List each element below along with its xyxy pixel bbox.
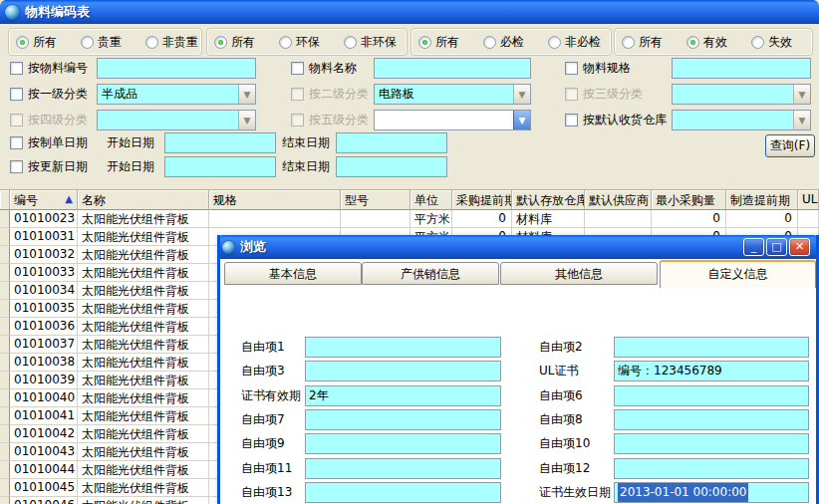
header-model[interactable]: 型号: [341, 190, 410, 210]
radio-option[interactable]: 非必检: [548, 34, 601, 51]
row-selector[interactable]: [0, 318, 10, 336]
radio-icon[interactable]: [622, 36, 635, 49]
close-button[interactable]: ✕: [789, 238, 810, 256]
chevron-down-icon[interactable]: ▼: [238, 85, 255, 104]
class4-combobox[interactable]: ▼: [97, 110, 256, 130]
update-start-date-input[interactable]: [164, 156, 276, 177]
doc-start-date-input[interactable]: [164, 132, 276, 153]
filter-class1[interactable]: 按一级分类: [10, 84, 88, 105]
chevron-down-icon[interactable]: ▼: [793, 111, 810, 129]
custom-field-input[interactable]: 2013-01-01 00:00:00: [614, 482, 809, 503]
filter-default-warehouse[interactable]: 按默认收货仓库: [565, 110, 667, 130]
radio-icon[interactable]: [279, 36, 292, 49]
header-mfg-lead[interactable]: 制造提前期: [726, 190, 798, 210]
row-selector[interactable]: [0, 407, 10, 425]
filter-material-name[interactable]: 物料名称: [291, 58, 357, 79]
row-selector[interactable]: [0, 228, 10, 246]
row-selector[interactable]: [0, 282, 10, 300]
dialog-titlebar[interactable]: 浏览: [217, 235, 819, 259]
header-name[interactable]: 名称: [78, 190, 209, 210]
row-selector[interactable]: [0, 372, 10, 389]
custom-field-input[interactable]: 编号：123456789: [614, 361, 809, 381]
filter-class2[interactable]: 按二级分类: [291, 84, 369, 105]
row-selector[interactable]: [0, 354, 10, 372]
radio-option[interactable]: 所有: [622, 34, 663, 51]
custom-field-input[interactable]: [305, 337, 501, 358]
custom-field-input[interactable]: [614, 409, 809, 430]
radio-icon[interactable]: [686, 36, 699, 49]
row-selector[interactable]: [0, 443, 10, 461]
custom-field-input[interactable]: [305, 458, 501, 479]
header-spec[interactable]: 规格: [209, 190, 341, 210]
row-selector[interactable]: [0, 300, 10, 318]
maximize-button[interactable]: □: [766, 238, 787, 256]
radio-option[interactable]: 所有: [214, 34, 255, 51]
checkbox[interactable]: [291, 62, 304, 75]
default-warehouse-combobox[interactable]: ▼: [672, 110, 811, 130]
radio-icon[interactable]: [548, 36, 561, 49]
filter-class3[interactable]: 按三级分类: [565, 84, 643, 105]
custom-field-input[interactable]: [305, 433, 501, 454]
radio-option[interactable]: 必检: [483, 34, 524, 51]
custom-field-input[interactable]: [614, 337, 809, 358]
checkbox[interactable]: [10, 136, 23, 149]
filter-update-date[interactable]: 按更新日期: [10, 156, 88, 177]
filter-material-code[interactable]: 按物料编号: [10, 58, 88, 79]
radio-icon[interactable]: [81, 36, 94, 49]
checkbox[interactable]: [291, 114, 304, 126]
filter-doc-date[interactable]: 按制单日期: [10, 132, 88, 153]
radio-icon[interactable]: [483, 36, 496, 49]
row-selector[interactable]: [0, 425, 10, 443]
header-warehouse[interactable]: 默认存放仓库: [512, 190, 585, 210]
header-unit[interactable]: 单位: [410, 190, 452, 210]
radio-icon[interactable]: [344, 36, 357, 49]
radio-icon[interactable]: [145, 36, 158, 49]
radio-icon[interactable]: [214, 36, 227, 49]
update-end-date-input[interactable]: [336, 156, 447, 177]
chevron-down-icon[interactable]: ▼: [238, 111, 255, 129]
row-selector[interactable]: [0, 389, 10, 407]
radio-option[interactable]: 有效: [686, 34, 727, 51]
radio-icon[interactable]: [418, 36, 431, 49]
custom-field-input[interactable]: [305, 482, 501, 503]
row-selector[interactable]: [0, 264, 10, 282]
class2-combobox[interactable]: 电路板▼: [374, 84, 531, 105]
filter-material-spec[interactable]: 物料规格: [565, 58, 631, 79]
row-selector[interactable]: [0, 246, 10, 264]
radio-option[interactable]: 失效: [751, 34, 792, 51]
radio-icon[interactable]: [16, 36, 29, 49]
doc-end-date-input[interactable]: [336, 132, 447, 153]
row-selector[interactable]: [0, 336, 10, 354]
custom-field-input[interactable]: [614, 433, 809, 454]
class3-combobox[interactable]: ▼: [672, 84, 811, 105]
tab-other-info[interactable]: 其他信息: [500, 262, 658, 285]
checkbox[interactable]: [10, 160, 23, 173]
material-spec-input[interactable]: [672, 58, 811, 79]
tab-basic-info[interactable]: 基本信息: [224, 262, 362, 285]
custom-field-input[interactable]: [614, 458, 809, 479]
checkbox[interactable]: [10, 114, 23, 126]
filter-class5[interactable]: 按五级分类: [291, 110, 369, 130]
radio-option[interactable]: 非环保: [344, 34, 397, 51]
custom-field-input[interactable]: [305, 409, 501, 430]
checkbox[interactable]: [565, 88, 578, 101]
chevron-down-icon[interactable]: ▼: [513, 85, 530, 104]
chevron-down-icon[interactable]: ▼: [793, 85, 810, 104]
row-selector[interactable]: [0, 461, 10, 479]
table-row[interactable]: 01010023 太阳能光伏组件背板 平方米 0 材料库 0 0: [0, 210, 819, 228]
tab-supply-info[interactable]: 产供销信息: [362, 262, 499, 285]
custom-field-input[interactable]: [305, 361, 501, 381]
material-code-input[interactable]: [97, 58, 256, 79]
radio-option[interactable]: 贵重: [81, 34, 122, 51]
custom-field-input[interactable]: 2年: [305, 385, 501, 406]
chevron-down-icon[interactable]: ▼: [513, 111, 530, 129]
checkbox[interactable]: [10, 62, 23, 75]
tab-custom-info[interactable]: 自定义信息: [660, 260, 816, 288]
row-selector[interactable]: [0, 497, 10, 504]
radio-option[interactable]: 所有: [418, 34, 459, 51]
radio-icon[interactable]: [751, 36, 764, 49]
checkbox[interactable]: [565, 114, 578, 126]
class1-combobox[interactable]: 半成品▼: [97, 84, 256, 105]
minimize-button[interactable]: _: [743, 238, 764, 256]
checkbox[interactable]: [291, 88, 304, 101]
